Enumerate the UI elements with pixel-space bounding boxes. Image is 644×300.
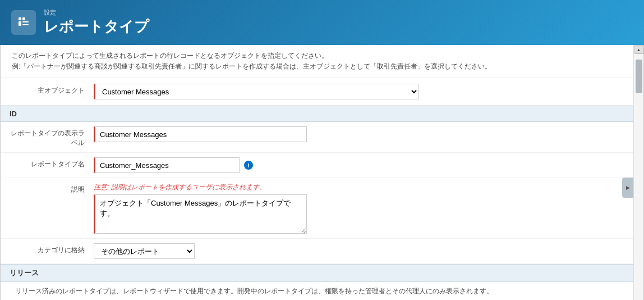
svg-rect-1 [22,17,25,20]
header-icon [11,10,36,35]
info-icon[interactable]: i [244,161,253,170]
report-name-label: レポートタイプ名 [10,157,94,169]
scroll-thumb[interactable] [636,60,642,93]
svg-rect-2 [19,21,21,26]
category-row: カテゴリに格納 その他のレポート [1,239,633,264]
header-subtitle: 設定 [44,8,149,17]
report-name-row: レポートタイプ名 i [1,153,633,178]
report-name-input[interactable] [94,157,240,173]
description-row: 説明 注意: 説明はレポートを作成するユーザに表示されます。 オブジェクト「Cu… [1,178,633,239]
notice-area: このレポートタイプによって生成されるレポートの行レコードとなるオブジェクトを指定… [1,45,633,78]
notice-line2: 例:「パートナーが関連する商談が関連する取引先責任者」に関するレポートを作成する… [12,61,622,72]
primary-object-select[interactable]: Customer Messages [94,84,419,99]
report-label-row: レポートタイプの表示ラベル [1,122,633,153]
description-control: 注意: 説明はレポートを作成するユーザに表示されます。 オブジェクト「Custo… [94,183,624,234]
svg-rect-4 [22,24,29,25]
report-name-inline: i [94,157,624,173]
main-page: 設定 レポートタイプ このレポートタイプによって生成されるレポートの行レコードと… [0,0,644,300]
report-label-input[interactable] [94,126,307,142]
description-label: 説明 [10,183,94,194]
id-section-header: ID [1,106,633,122]
header-text: 設定 レポートタイプ [44,8,149,37]
scroll-up-button[interactable]: ▲ [634,45,643,54]
notice-line1: このレポートタイプによって生成されるレポートの行レコードとなるオブジェクトを指定… [12,51,622,61]
primary-object-label: 主オブジェクト [10,84,94,96]
svg-rect-0 [19,17,21,20]
release-section-header: リリース [1,264,633,282]
release-description-area: リリース済みのレポートタイプは、レポートウィザードで使用できます。開発中のレポー… [1,282,633,300]
release-description: リリース済みのレポートタイプは、レポートウィザードで使用できます。開発中のレポー… [10,287,493,295]
vertical-scrollbar[interactable]: ▲ ▼ [633,45,643,300]
description-textarea[interactable]: オブジェクト「Customer Messages」のレポートタイプです。 [94,194,307,234]
svg-rect-3 [22,21,29,22]
report-label-label: レポートタイプの表示ラベル [10,126,94,148]
category-label: カテゴリに格納 [10,243,94,255]
description-hint: 注意: 説明はレポートを作成するユーザに表示されます。 [94,183,624,192]
primary-object-control: Customer Messages [94,84,624,99]
content-scroll-area[interactable]: このレポートタイプによって生成されるレポートの行レコードとなるオブジェクトを指定… [1,45,633,300]
page-header: 設定 レポートタイプ [0,0,644,45]
report-name-control: i [94,157,624,173]
category-select[interactable]: その他のレポート [94,243,195,259]
category-control: その他のレポート [94,243,624,259]
right-panel-handle[interactable]: ▶ [622,178,633,198]
primary-object-row: 主オブジェクト Customer Messages [1,78,633,106]
report-label-control [94,126,624,142]
report-type-icon [17,16,30,29]
scroll-track [634,54,643,300]
header-title: レポートタイプ [44,17,149,37]
